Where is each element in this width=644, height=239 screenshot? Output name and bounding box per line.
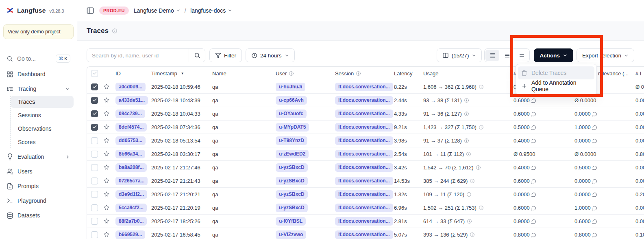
table-row[interactable]: 88f2a7b0...2025-02-17 18:25:26qau-f0YfBS… (87, 215, 644, 228)
sidebar-item-tracing[interactable]: Tracing (3, 83, 74, 95)
trace-id-badge[interactable]: a0cd0d9... (115, 83, 146, 91)
sidebar-item-scores[interactable]: Scores (11, 136, 74, 148)
row-checkbox[interactable] (91, 151, 98, 158)
user-badge[interactable]: u-zEwdED2 (276, 150, 309, 158)
sidebar-item-playground[interactable]: Playground (3, 195, 74, 207)
trace-id-badge[interactable]: 084c739... (115, 110, 145, 118)
user-badge[interactable]: u-yzSBxcD (276, 190, 308, 199)
user-badge[interactable]: u-huJhuJi (276, 83, 305, 91)
table-row[interactable]: 5cca9cf2...2025-02-17 21:20:19qau-yzSBxc… (87, 201, 644, 215)
menu-item-add-to-annotation-queue[interactable]: Add to Annotation Queue (518, 79, 594, 92)
search-icon[interactable] (189, 49, 205, 62)
trace-id-badge[interactable]: 88f2a7b0... (115, 217, 147, 226)
bookmark-star-icon[interactable] (103, 164, 115, 171)
bookmark-star-icon[interactable] (103, 191, 115, 197)
session-badge[interactable]: lf.docs.conversation... (335, 83, 393, 91)
row-checkbox[interactable] (91, 97, 98, 104)
actions-button[interactable]: Actions (534, 48, 573, 62)
row-checkbox[interactable] (91, 164, 98, 171)
user-badge[interactable]: u-cp66Avh (276, 96, 307, 105)
session-badge[interactable]: lf.docs.conversation... (335, 150, 393, 158)
trace-id-badge[interactable]: 8dcf4574... (115, 123, 147, 132)
trace-id-badge[interactable]: ba8a208f... (115, 163, 147, 172)
user-badge[interactable]: u-yzSBxcD (276, 163, 308, 172)
user-badge[interactable]: u-T98YnzD (276, 136, 307, 145)
org-switcher[interactable]: Langfuse Demo (134, 7, 181, 14)
session-badge[interactable]: lf.docs.conversation... (335, 123, 393, 132)
goto-search[interactable]: Go to... ⌘ K (3, 53, 74, 65)
trace-id-badge[interactable]: 5cca9cf2... (115, 204, 147, 212)
row-checkbox[interactable] (91, 231, 98, 238)
row-height-large-button[interactable] (515, 50, 529, 61)
bookmark-star-icon[interactable] (103, 218, 115, 224)
trace-id-badge[interactable]: 07265c7a... (115, 177, 148, 185)
project-switcher[interactable]: langfuse-docs (190, 7, 232, 14)
sidebar-item-prompts[interactable]: Prompts (3, 180, 74, 192)
sidebar-item-observations[interactable]: Observations (11, 123, 74, 135)
bookmark-star-icon[interactable] (103, 97, 115, 103)
table-row[interactable]: 084c739...2025-02-18 10:04:33qau-OYauofc… (87, 107, 644, 121)
table-row[interactable]: a433de51...2025-02-18 10:43:39qau-cp66Av… (87, 94, 644, 107)
session-badge[interactable]: lf.docs.conversation... (335, 136, 393, 145)
session-badge[interactable]: lf.docs.conversation... (335, 230, 393, 239)
column-visibility-button[interactable]: (15/27) (437, 48, 482, 62)
table-row[interactable]: 8b66a34...2025-02-18 03:30:17qau-zEwdED2… (87, 147, 644, 161)
trace-id-badge[interactable]: b669529... (115, 230, 145, 239)
trace-id-badge[interactable]: d3e9d1f2... (115, 190, 147, 199)
session-badge[interactable]: lf.docs.conversation... (335, 96, 393, 105)
row-height-small-button[interactable] (485, 50, 499, 61)
row-checkbox[interactable] (91, 110, 98, 117)
row-checkbox[interactable] (91, 204, 98, 211)
sidebar-item-evaluation[interactable]: Evaluation (3, 151, 74, 163)
row-checkbox[interactable] (91, 124, 98, 131)
table-row[interactable]: ba8a208f...2025-02-17 21:27:46qau-yzSBxc… (87, 161, 644, 174)
row-checkbox[interactable] (91, 83, 98, 90)
row-checkbox[interactable] (91, 191, 98, 198)
session-badge[interactable]: lf.docs.conversation... (335, 177, 393, 185)
menu-item-delete-traces[interactable]: Delete Traces (518, 66, 594, 79)
bookmark-star-icon[interactable] (103, 137, 115, 144)
trace-id-badge[interactable]: 8b66a34... (115, 150, 145, 158)
bookmark-star-icon[interactable] (103, 151, 115, 157)
session-badge[interactable]: lf.docs.conversation... (335, 163, 393, 172)
user-badge[interactable]: u-yzSBxcD (276, 177, 308, 185)
table-row[interactable]: 07265c7a...2025-02-17 21:21:43qau-yzSBxc… (87, 174, 644, 188)
bookmark-star-icon[interactable] (103, 124, 115, 130)
session-badge[interactable]: lf.docs.conversation... (335, 204, 393, 212)
sidebar-item-datasets[interactable]: Datasets (3, 209, 74, 221)
time-range-button[interactable]: 24 hours (246, 48, 295, 62)
session-badge[interactable]: lf.docs.conversation... (335, 110, 393, 118)
select-all-checkbox[interactable] (91, 70, 98, 77)
panel-left-icon[interactable] (86, 7, 94, 15)
row-checkbox[interactable] (91, 178, 98, 184)
bookmark-star-icon[interactable] (103, 231, 115, 238)
user-badge[interactable]: u-f0YfBSL (276, 217, 306, 226)
session-badge[interactable]: lf.docs.conversation... (335, 217, 393, 226)
bookmark-star-icon[interactable] (103, 110, 115, 117)
row-checkbox[interactable] (91, 218, 98, 225)
sidebar-item-sessions[interactable]: Sessions (11, 109, 74, 121)
sidebar-item-users[interactable]: Users (3, 165, 74, 178)
session-badge[interactable]: lf.docs.conversation... (335, 190, 393, 199)
row-checkbox[interactable] (91, 137, 98, 144)
bookmark-star-icon[interactable] (103, 204, 115, 211)
table-row[interactable]: dd05753...2025-02-18 05:13:54qau-T98YnzD… (87, 134, 644, 147)
user-badge[interactable]: u-OYauofc (276, 110, 307, 118)
user-badge[interactable]: u-VIZzvwo (276, 230, 306, 239)
bookmark-star-icon[interactable] (103, 178, 115, 184)
user-badge[interactable]: u-MYpDAT5 (276, 123, 309, 132)
sidebar-item-traces[interactable]: Traces (11, 96, 74, 108)
trace-id-badge[interactable]: dd05753... (115, 136, 146, 145)
demo-project-link[interactable]: demo project (31, 29, 60, 35)
filter-button[interactable]: Filter (209, 48, 242, 62)
table-row[interactable]: 8dcf4574...2025-02-18 07:34:36qau-MYpDAT… (87, 121, 644, 134)
sidebar-item-dashboard[interactable]: Dashboard (3, 68, 74, 80)
row-height-medium-button[interactable] (500, 50, 514, 61)
bookmark-star-icon[interactable] (103, 83, 115, 90)
user-badge[interactable]: u-yzSBxcD (276, 204, 308, 212)
search-input[interactable] (87, 53, 189, 59)
table-row[interactable]: d3e9d1f2...2025-02-17 21:20:21qau-yzSBxc… (87, 188, 644, 201)
table-row[interactable]: b669529...2025-02-17 16:58:45qau-VIZzvwo… (87, 228, 644, 239)
trace-id-badge[interactable]: a433de51... (115, 96, 148, 105)
export-selection-button[interactable]: Export selection (577, 48, 634, 62)
